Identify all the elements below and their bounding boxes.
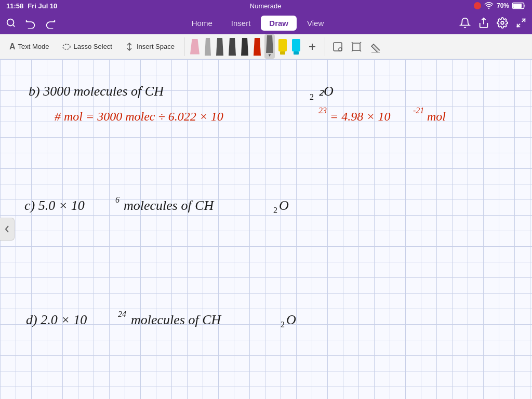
redo-icon[interactable] <box>45 17 56 29</box>
svg-marker-13 <box>241 38 248 56</box>
svg-text:2: 2 <box>273 206 277 215</box>
toolbar: A Text Mode Lasso Select Insert Space <box>0 34 532 59</box>
svg-text:O: O <box>286 312 296 327</box>
minimize-icon[interactable] <box>515 17 527 29</box>
lasso-icon <box>62 42 71 51</box>
svg-text:molecules of   CH: molecules of CH <box>124 198 215 213</box>
svg-text:d)  2.0 × 10: d) 2.0 × 10 <box>26 312 87 327</box>
svg-rect-18 <box>292 39 300 51</box>
svg-point-0 <box>488 8 489 9</box>
svg-text:-21: -21 <box>413 106 424 115</box>
tab-view[interactable]: View <box>299 16 332 31</box>
text-mode-label: Text Mode <box>18 43 49 50</box>
svg-rect-16 <box>278 39 287 51</box>
transform-button[interactable] <box>348 38 365 55</box>
svg-rect-24 <box>353 43 360 50</box>
pen-yellow[interactable] <box>277 38 288 56</box>
bell-icon[interactable] <box>459 17 471 29</box>
add-pen-button[interactable] <box>304 38 321 55</box>
insert-space-button[interactable]: Insert Space <box>119 39 180 54</box>
svg-text:2: 2 <box>310 92 314 101</box>
status-right: 70% <box>474 2 526 9</box>
tab-bar: Home Insert Draw View <box>0 11 532 34</box>
pen-red[interactable] <box>252 37 262 57</box>
svg-rect-17 <box>280 51 285 55</box>
text-mode-button[interactable]: A Text Mode <box>4 39 55 54</box>
svg-point-8 <box>63 44 70 49</box>
tab-draw[interactable]: Draw <box>261 16 297 31</box>
svg-marker-15 <box>266 35 273 53</box>
toolbar-divider-2 <box>325 37 325 56</box>
svg-marker-14 <box>254 38 261 56</box>
tab-right-icons <box>459 17 527 29</box>
eraser-button[interactable] <box>367 38 383 55</box>
note-canvas: b) 3000 molecules of CH ₂O 2 # mol = 300… <box>0 59 532 399</box>
svg-marker-12 <box>229 38 236 56</box>
svg-marker-10 <box>205 38 211 56</box>
pen-selected-darkgray[interactable]: ▼ <box>264 34 275 59</box>
undo-icon[interactable] <box>25 17 36 29</box>
pen-dropdown-icon: ▼ <box>268 53 272 58</box>
tab-nav: Home Insert Draw View <box>183 16 332 31</box>
share-icon[interactable] <box>478 17 489 29</box>
insert-space-icon <box>125 42 134 51</box>
svg-text:mol: mol <box>427 110 446 123</box>
app-name: Numerade <box>250 2 282 10</box>
insert-space-label: Insert Space <box>137 43 175 50</box>
svg-text:₂O: ₂O <box>318 84 334 99</box>
svg-marker-11 <box>216 38 223 56</box>
svg-point-3 <box>7 19 14 26</box>
settings-icon[interactable] <box>497 17 508 29</box>
wifi-icon <box>484 2 494 9</box>
battery-display: 70% <box>497 2 509 9</box>
sidebar-toggle[interactable] <box>0 218 15 241</box>
status-left: 11:58 Fri Jul 10 <box>6 2 57 10</box>
pen-blue[interactable] <box>290 38 302 56</box>
record-icon <box>474 2 481 9</box>
date-display: Fri Jul 10 <box>28 2 57 10</box>
svg-text:molecules of   CH: molecules of CH <box>131 312 222 327</box>
tab-home[interactable]: Home <box>183 16 221 31</box>
svg-text:O: O <box>279 198 289 213</box>
lasso-select-label: Lasso Select <box>74 43 112 50</box>
status-bar: 11:58 Fri Jul 10 Numerade 70% <box>0 0 532 11</box>
svg-text:23: 23 <box>318 106 327 115</box>
svg-text:2: 2 <box>281 320 285 329</box>
battery-icon <box>512 2 526 9</box>
pen-dark3[interactable] <box>240 37 250 57</box>
pen-pink[interactable] <box>189 38 201 56</box>
pen-dark1[interactable] <box>215 37 225 57</box>
canvas-area[interactable]: b) 3000 molecules of CH ₂O 2 # mol = 300… <box>0 59 532 399</box>
svg-point-23 <box>339 48 342 51</box>
pen-thin[interactable] <box>203 37 212 57</box>
svg-text:b)  3000 molecules of   CH: b) 3000 molecules of CH <box>29 84 164 99</box>
lasso-select-button[interactable]: Lasso Select <box>57 39 117 54</box>
svg-text:= 4.98 × 10: = 4.98 × 10 <box>330 110 390 123</box>
pen-dark2[interactable] <box>227 37 237 57</box>
svg-text:6: 6 <box>115 195 119 204</box>
text-mode-icon: A <box>9 42 16 51</box>
tab-insert[interactable]: Insert <box>223 16 259 31</box>
search-icon[interactable] <box>5 17 17 29</box>
svg-text:# mol = 3000 molec ÷ 6.022 × 1: # mol = 3000 molec ÷ 6.022 × 10 <box>55 110 223 123</box>
svg-text:24: 24 <box>118 310 126 318</box>
tab-left-icons <box>5 17 56 29</box>
svg-text:c)  5.0 × 10: c) 5.0 × 10 <box>24 198 85 213</box>
shape-tool-button[interactable] <box>329 38 346 55</box>
svg-point-5 <box>501 21 504 24</box>
time-display: 11:58 <box>6 2 23 10</box>
toolbar-divider-1 <box>184 37 184 56</box>
svg-rect-2 <box>513 4 522 8</box>
svg-rect-19 <box>294 51 299 55</box>
